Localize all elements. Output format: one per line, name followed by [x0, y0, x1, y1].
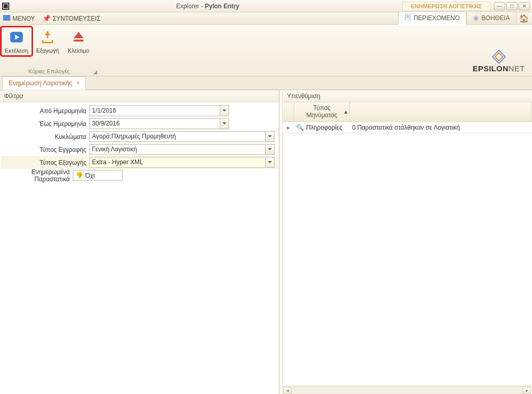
export-type-label: Τύπος Εξαγωγής	[1, 159, 89, 166]
svg-rect-7	[74, 40, 84, 42]
row-to-date: Έως Ημερομηνία 30/9/2016	[1, 117, 278, 130]
col-msg-type-l2: Μηνύματος	[306, 112, 337, 119]
home-icon[interactable]: 🏠	[519, 14, 529, 23]
splitter[interactable]	[279, 90, 283, 394]
titlebar: Explorer - Pylon Entry ΕΝΗΜΕΡΩΣΗ ΛΟΓΙΣΤΙ…	[0, 0, 532, 12]
sort-asc-icon: ▴	[344, 108, 347, 115]
run-button-label: Εκτέλεση	[5, 48, 28, 54]
row-indicator-icon: ▸	[283, 124, 294, 131]
eject-icon	[70, 29, 87, 45]
grid-col-msg-type[interactable]: Τύπος Μηνύματος ▴	[294, 102, 350, 121]
row-doc-type: Τύπος Εγγραφής Γενική Λογιστική	[1, 143, 278, 156]
filters-pane: Φίλτρα Από Ημερομηνία 1/1/2016 Έως Ημερο…	[0, 90, 279, 394]
circuits-label: Κυκλώματα	[1, 133, 89, 140]
grid-col-message[interactable]	[350, 102, 532, 121]
scroll-right-button[interactable]: ▸	[523, 387, 531, 394]
brand-light: NET	[509, 64, 525, 73]
menu-main-label: ΜΕΝΟΥ	[12, 15, 35, 22]
filters-form: Από Ημερομηνία 1/1/2016 Έως Ημερομηνία 3…	[0, 102, 279, 184]
active-context-pill: ΕΝΗΜΕΡΩΣΗ ΛΟΓΙΣΤΙΚΗΣ	[402, 2, 491, 11]
from-date-label: Από Ημερομηνία	[1, 107, 89, 115]
menu-shortcuts[interactable]: 📌 ΣΥΝΤΟΜΕΥΣΕΙΣ	[42, 14, 101, 22]
ribbon: Εκτέλεση Εξαγωγή Κλείσιμο Κύριες Επιλογέ…	[0, 25, 532, 76]
grid-col-marker[interactable]	[283, 102, 294, 121]
doc-type-label: Τύπος Εγγραφής	[1, 146, 89, 153]
circuits-dropdown[interactable]	[266, 131, 275, 142]
document-tabstrip: Ενημέρωση Λογιστικής ×	[0, 76, 532, 90]
help-tabs: ΠΕΡΙΕΧΟΜΕΝΟ ◉ ΒΟΗΘΕΙΑ	[398, 11, 516, 25]
close-button-label: Κλείσιμο	[68, 48, 89, 54]
to-date-label: Έως Ημερομηνία	[1, 120, 89, 128]
row-circuits: Κυκλώματα Αγορά;Πληρωμές Προμηθευτή	[1, 130, 278, 143]
title-app: Pylon Entry	[205, 3, 239, 10]
grid-header: Τύπος Μηνύματος ▴	[283, 102, 532, 122]
window-buttons: — □ ✕	[494, 2, 530, 10]
scroll-track[interactable]	[292, 387, 523, 394]
tab-help[interactable]: ◉ ΒΟΗΘΕΙΑ	[466, 11, 516, 25]
run-button[interactable]: Εκτέλεση	[1, 27, 32, 56]
reminder-header: Υπενθύμιση	[283, 90, 532, 102]
svg-marker-6	[74, 32, 84, 38]
export-button[interactable]: Εξαγωγή	[32, 27, 63, 56]
export-icon	[39, 29, 56, 45]
maximize-button[interactable]: □	[506, 2, 518, 10]
cell-msg-type: 🔍 Πληροφορίες	[294, 124, 350, 131]
ribbon-group-caption[interactable]: Κύριες Επιλογές	[0, 67, 98, 76]
menu-shortcuts-label: ΣΥΝΤΟΜΕΥΣΕΙΣ	[53, 15, 101, 22]
document-icon	[405, 14, 411, 22]
document-tab[interactable]: Ενημέρωση Λογιστικής ×	[2, 76, 86, 90]
from-date-dropdown[interactable]	[220, 105, 229, 116]
row-from-date: Από Ημερομηνία 1/1/2016	[1, 104, 278, 117]
reminder-pane: Υπενθύμιση Τύπος Μηνύματος ▴ ▸ 🔍 Πληροφο…	[283, 90, 532, 394]
row-updated-docs: Ενημερωμένα Παραστατικά 👎 Όχι	[1, 169, 278, 182]
close-button[interactable]: Κλείσιμο	[63, 27, 94, 56]
circuits-input[interactable]: Αγορά;Πληρωμές Προμηθευτή	[89, 131, 266, 142]
cell-message: 0 Παραστατικά στάλθηκαν σε Λογιστική	[350, 124, 532, 131]
close-tab-icon[interactable]: ×	[77, 80, 80, 87]
app-icon	[2, 3, 9, 10]
tab-content[interactable]: ΠΕΡΙΕΧΟΜΕΝΟ	[398, 11, 466, 25]
content-area: Φίλτρα Από Ημερομηνία 1/1/2016 Έως Ημερο…	[0, 90, 532, 394]
brand-text: EPSILONNET	[473, 64, 525, 73]
title-prefix: Explorer -	[176, 3, 205, 10]
pin-icon: 📌	[42, 14, 51, 22]
updated-docs-label: Ενημερωμένα Παραστατικά	[1, 168, 73, 183]
menubar: ΜΕΝΟΥ 📌 ΣΥΝΤΟΜΕΥΣΕΙΣ ΠΕΡΙΕΧΟΜΕΝΟ ◉ ΒΟΗΘΕ…	[0, 12, 532, 25]
col-msg-type-l1: Τύπος	[313, 105, 330, 112]
scroll-left-button[interactable]: ◂	[283, 387, 292, 394]
updated-docs-toggle[interactable]: 👎 Όχι	[73, 170, 123, 181]
to-date-dropdown[interactable]	[220, 118, 229, 129]
row-export-type: Τύπος Εξαγωγής Extra - Hyper XML	[1, 156, 278, 169]
document-tab-label: Ενημέρωση Λογιστικής	[9, 80, 72, 87]
cell-msg-type-text: Πληροφορίες	[306, 124, 342, 131]
export-type-input[interactable]: Extra - Hyper XML	[89, 157, 266, 168]
ribbon-group-main: Εκτέλεση Εξαγωγή Κλείσιμο Κύριες Επιλογέ…	[0, 25, 98, 76]
grid-row[interactable]: ▸ 🔍 Πληροφορίες 0 Παραστατικά στάλθηκαν …	[283, 122, 532, 133]
export-type-dropdown[interactable]	[266, 157, 275, 168]
epsilon-logo-icon	[491, 50, 507, 64]
tab-content-label: ΠΕΡΙΕΧΟΜΕΝΟ	[414, 14, 460, 22]
filters-header: Φίλτρα	[0, 90, 279, 102]
globe-icon: ◉	[473, 14, 479, 22]
play-icon	[8, 29, 25, 45]
updated-docs-value: Όχι	[85, 172, 95, 179]
brand-logo: EPSILONNET	[473, 50, 525, 73]
doc-type-input[interactable]: Γενική Λογιστική	[89, 144, 266, 155]
close-window-button[interactable]: ✕	[519, 2, 530, 10]
brand-bold: EPSILON	[473, 64, 508, 73]
thumbs-down-icon: 👎	[75, 172, 83, 179]
folder-icon	[3, 15, 10, 22]
menu-main[interactable]: ΜΕΝΟΥ	[3, 15, 35, 22]
magnifier-icon: 🔍	[296, 124, 304, 131]
to-date-input[interactable]: 30/9/2016	[89, 118, 220, 129]
tab-help-label: ΒΟΗΘΕΙΑ	[481, 14, 510, 22]
doc-type-dropdown[interactable]	[266, 144, 275, 155]
window-title: Explorer - Pylon Entry	[13, 3, 402, 10]
export-button-label: Εξαγωγή	[36, 48, 59, 54]
svg-rect-0	[405, 14, 410, 20]
horizontal-scrollbar[interactable]: ◂ ▸	[283, 386, 531, 394]
minimize-button[interactable]: —	[494, 2, 505, 10]
from-date-input[interactable]: 1/1/2016	[89, 105, 220, 116]
